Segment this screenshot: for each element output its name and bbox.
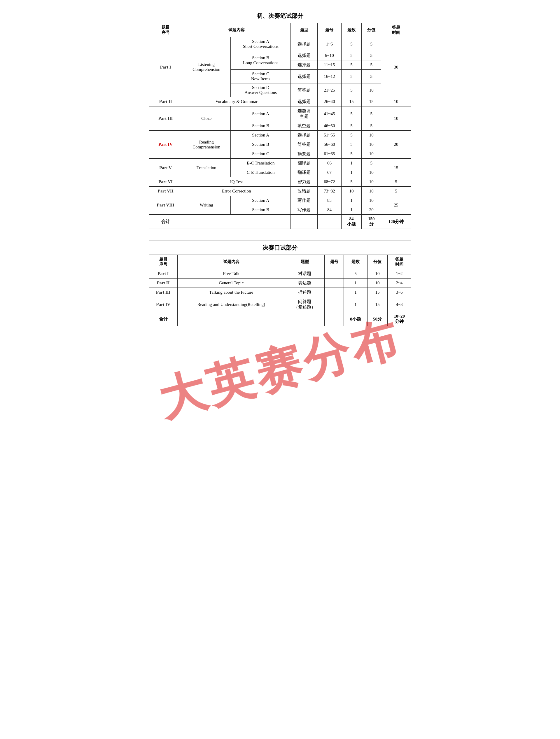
part8-row1-score: 10 bbox=[362, 196, 381, 205]
part4-row2-score: 10 bbox=[362, 140, 381, 149]
total-count: 84小题 bbox=[341, 214, 362, 229]
part4-row1-sub2: Section A bbox=[231, 131, 291, 140]
part6-type: 智力题 bbox=[291, 177, 318, 187]
part4-row2-count: 5 bbox=[341, 140, 362, 149]
part6-num: 68~72 bbox=[318, 177, 341, 187]
part4-row3-sub2: Section C bbox=[231, 149, 291, 159]
total-score: 150分 bbox=[362, 214, 381, 229]
part4-sub1: ReadingComprehension bbox=[182, 131, 231, 159]
part3-label: Part III bbox=[149, 107, 182, 131]
oral-total-time: 10~20分钟 bbox=[388, 312, 411, 326]
table-row: Part VII Error Correction 改错题 73~82 10 1… bbox=[149, 187, 411, 196]
part3-row2-type: 填空题 bbox=[291, 121, 318, 131]
part3-row1-count: 5 bbox=[341, 107, 362, 121]
oral-part1-content: Free Talk bbox=[178, 269, 285, 279]
part7-label: Part VII bbox=[149, 187, 182, 196]
part4-row3-type: 摘要题 bbox=[291, 149, 318, 159]
total-label: 合计 bbox=[149, 214, 182, 229]
oral-part1-num bbox=[324, 269, 343, 279]
part6-score: 10 bbox=[362, 177, 381, 187]
part4-row1-type: 选择题 bbox=[291, 131, 318, 140]
part5-row2-count: 1 bbox=[341, 168, 362, 177]
oral-part2-num bbox=[324, 279, 343, 288]
oral-col-part: 题目序号 bbox=[149, 255, 178, 269]
part1-row4-num: 16~12 bbox=[318, 70, 341, 84]
part2-type: 选择题 bbox=[291, 97, 318, 107]
part3-row1-type: 选题填空题 bbox=[291, 107, 318, 121]
table-row: Part IV ReadingComprehension Section A 选… bbox=[149, 131, 411, 140]
part7-score: 10 bbox=[362, 187, 381, 196]
part1-sub1: ListeningComprehension bbox=[182, 37, 231, 97]
part5-row1-score: 5 bbox=[362, 159, 381, 168]
part7-time: 5 bbox=[381, 187, 411, 196]
part6-label: Part VI bbox=[149, 177, 182, 187]
part8-row2-sub2: Section B bbox=[231, 205, 291, 214]
part3-time: 10 bbox=[381, 107, 411, 131]
part7-num: 73~82 bbox=[318, 187, 341, 196]
col-score: 分值 bbox=[362, 23, 381, 37]
table-row: Part III Talking about the Picture 描述题 1… bbox=[149, 288, 411, 297]
oral-exam-table: 决赛口试部分 题目序号 试题内容 题型 题号 题数 分值 答题时间 Part I… bbox=[149, 241, 411, 326]
oral-part3-label: Part III bbox=[149, 288, 178, 297]
part1-row5-type: 简答题 bbox=[291, 84, 318, 97]
oral-part1-score: 10 bbox=[367, 269, 387, 279]
col-type: 题型 bbox=[291, 23, 318, 37]
part8-row2-score: 20 bbox=[362, 205, 381, 214]
part6-count: 5 bbox=[341, 177, 362, 187]
part1-row1-sub2: Section AShort Conversations bbox=[231, 37, 291, 51]
part1-row3-score: 5 bbox=[362, 60, 381, 70]
part4-time: 20 bbox=[381, 131, 411, 159]
oral-col-content: 试题内容 bbox=[178, 255, 285, 269]
part1-row2-count: 5 bbox=[341, 51, 362, 60]
table-row: Part I ListeningComprehension Section AS… bbox=[149, 37, 411, 51]
part3-row2-score: 5 bbox=[362, 121, 381, 131]
total-content bbox=[182, 214, 291, 229]
part8-row1-sub2: Section A bbox=[231, 196, 291, 205]
part4-row1-num: 51~55 bbox=[318, 131, 341, 140]
oral-total-row: 合计 8小题 50分 10~20分钟 bbox=[149, 312, 411, 326]
part4-row1-count: 5 bbox=[341, 131, 362, 140]
part1-row3-num: 11~15 bbox=[318, 60, 341, 70]
part2-score: 15 bbox=[362, 97, 381, 107]
part5-row2-score: 10 bbox=[362, 168, 381, 177]
part1-row4-type: 选择题 bbox=[291, 70, 318, 84]
oral-part4-num bbox=[324, 297, 343, 312]
oral-total-content bbox=[178, 312, 285, 326]
oral-col-count: 题数 bbox=[344, 255, 367, 269]
col-time: 答题时间 bbox=[381, 23, 411, 37]
part1-row2-sub2: Section BLong Conversations bbox=[231, 51, 291, 70]
part4-row3-count: 5 bbox=[341, 149, 362, 159]
part6-time: 5 bbox=[381, 177, 411, 187]
part8-row2-count: 1 bbox=[341, 205, 362, 214]
part2-content: Vocabulary & Grammar bbox=[182, 97, 291, 107]
oral-total-score: 50分 bbox=[367, 312, 387, 326]
oral-part1-count: 5 bbox=[344, 269, 367, 279]
table1-title: 初、决赛笔试部分 bbox=[149, 9, 411, 23]
oral-part2-content: General Topic bbox=[178, 279, 285, 288]
total-row: 合计 84小题 150分 120分钟 bbox=[149, 214, 411, 229]
oral-col-type: 题型 bbox=[285, 255, 325, 269]
table-row: Part VIII Writing Section A 写作题 83 1 10 … bbox=[149, 196, 411, 205]
part1-label: Part I bbox=[149, 37, 182, 97]
part1-row2-num: 6~10 bbox=[318, 51, 341, 60]
table-row: Part II Vocabulary & Grammar 选择题 26~40 1… bbox=[149, 97, 411, 107]
part3-row1-num: 41~45 bbox=[318, 107, 341, 121]
part2-label: Part II bbox=[149, 97, 182, 107]
total-time: 120分钟 bbox=[381, 214, 411, 229]
part4-label: Part IV bbox=[149, 131, 182, 159]
part3-row2-num: 46~50 bbox=[318, 121, 341, 131]
total-num bbox=[318, 214, 341, 229]
part1-row3-type: 选择题 bbox=[291, 60, 318, 70]
part8-row1-num: 83 bbox=[318, 196, 341, 205]
part4-row3-score: 10 bbox=[362, 149, 381, 159]
oral-part3-num bbox=[324, 288, 343, 297]
part8-row1-type: 写作题 bbox=[291, 196, 318, 205]
table-row: Part I Free Talk 对话题 5 10 1~2 bbox=[149, 269, 411, 279]
part5-row2-sub2: C-E Translation bbox=[231, 168, 291, 177]
part8-row1-count: 1 bbox=[341, 196, 362, 205]
table-row: Part II General Topic 表达题 1 10 2~4 bbox=[149, 279, 411, 288]
part5-label: Part V bbox=[149, 159, 182, 177]
part1-time: 30 bbox=[381, 37, 411, 97]
part7-content: Error Correction bbox=[182, 187, 291, 196]
part5-row2-num: 67 bbox=[318, 168, 341, 177]
